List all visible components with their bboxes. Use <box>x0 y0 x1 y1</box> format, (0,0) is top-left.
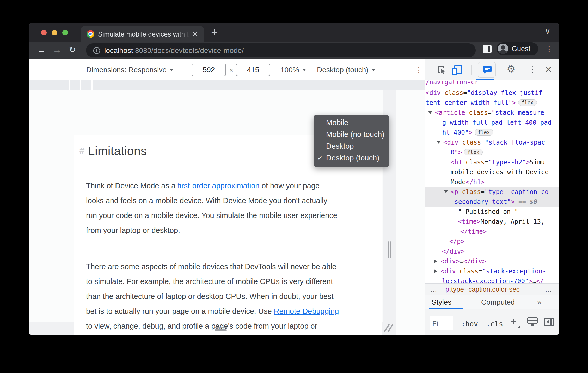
collapse-arrow-icon[interactable] <box>437 141 441 144</box>
devtools-menu-icon[interactable]: ⋮ <box>529 65 537 74</box>
browser-tab[interactable]: Simulate mobile devices with D ✕ <box>81 26 204 42</box>
text-link[interactable]: first-order approximation <box>177 182 259 190</box>
toggle-class-button[interactable]: .cls <box>486 320 503 328</box>
menu-item-desktop-touch-[interactable]: ✓Desktop (touch) <box>314 152 389 164</box>
height-input[interactable] <box>236 64 270 76</box>
expand-arrow-icon[interactable] <box>434 269 437 273</box>
media-query-bar[interactable] <box>29 80 425 90</box>
viewport-resize-handle-bottom[interactable] <box>215 327 227 332</box>
code-line[interactable]: </div> <box>425 246 559 256</box>
inspect-element-icon[interactable] <box>436 64 446 76</box>
code-segment: Monday, April 13, <box>481 218 545 225</box>
code-segment: <div <box>441 268 460 275</box>
device-toolbar: Dimensions: Responsive × 100% Desktop (t… <box>29 59 425 80</box>
code-line[interactable]: lg:stack-exception-700">…</ <box>425 276 559 283</box>
chevron-down-icon <box>170 69 173 71</box>
code-segment: "stack-exception- <box>482 268 546 275</box>
code-line[interactable]: Mode</h1> <box>425 177 559 187</box>
tab-styles[interactable]: Styles <box>432 298 451 306</box>
url-host: localhost <box>104 46 133 55</box>
code-line[interactable]: </p> <box>425 237 559 246</box>
code-segment: " Published on " <box>458 208 518 215</box>
code-line[interactable]: <div class="stack-exception- <box>425 266 559 276</box>
flex-badge[interactable]: flex <box>464 149 483 155</box>
width-input[interactable] <box>192 64 226 76</box>
reload-button[interactable]: ↻ <box>69 45 76 55</box>
rendering-panel-icon[interactable] <box>527 317 538 328</box>
code-line[interactable]: <div class="display-flex justif <box>425 88 559 98</box>
breadcrumb-overflow-left[interactable]: … <box>430 284 437 295</box>
viewport-resize-handle-corner[interactable] <box>384 323 394 333</box>
code-segment: <div> <box>441 258 460 265</box>
code-segment: $0 <box>530 198 537 206</box>
code-line[interactable]: <h1 class="type--h2">Simu <box>425 157 559 167</box>
viewport-resize-handle-right[interactable] <box>388 241 393 260</box>
device-toolbar-menu-icon[interactable]: ⋮ <box>415 65 423 74</box>
heading-anchor-link[interactable]: # <box>79 146 84 155</box>
text-link[interactable]: Remote Debugging <box>274 307 339 315</box>
settings-gear-icon[interactable]: ⚙ <box>507 63 516 75</box>
code-line[interactable]: <div>…</div> <box>425 256 559 266</box>
code-line[interactable]: 0">flex <box>425 147 559 157</box>
code-line[interactable]: </time> <box>425 227 559 237</box>
code-line[interactable]: tent-center width-full">flex <box>425 98 559 108</box>
menu-item-mobile-no-touch-[interactable]: Mobile (no touch) <box>314 129 389 140</box>
toggle-sidebar-icon[interactable] <box>544 318 554 327</box>
code-line[interactable]: <time>Monday, April 13, <box>425 217 559 227</box>
minimize-window-button[interactable] <box>52 30 57 35</box>
code-segment: g width-full pad-left-400 pad <box>442 119 552 126</box>
tab-chevron-icon[interactable]: ∨ <box>545 27 550 36</box>
devtools-close-icon[interactable]: ✕ <box>544 64 552 75</box>
collapse-arrow-icon[interactable] <box>444 190 448 193</box>
side-panel-icon[interactable] <box>483 45 492 53</box>
new-style-rule-button[interactable]: + <box>511 316 517 327</box>
forward-button[interactable]: → <box>53 45 62 55</box>
style-filter-input[interactable] <box>430 316 453 330</box>
flex-badge[interactable]: flex <box>475 129 493 136</box>
code-line[interactable]: " Published on " <box>425 207 559 217</box>
dimensions-select[interactable]: Dimensions: Responsive <box>86 66 173 74</box>
expand-arrow-icon[interactable] <box>434 259 437 263</box>
code-segment: "stack flow-spac <box>485 139 545 146</box>
site-info-icon[interactable] <box>93 47 101 56</box>
flex-badge[interactable]: flex <box>518 99 537 106</box>
code-line[interactable]: ht-400">flex <box>425 128 559 137</box>
multiply-label: × <box>229 66 233 74</box>
code-segment: </p> <box>449 238 464 245</box>
code-line[interactable]: <div class="stack flow-spac <box>425 137 559 147</box>
code-segment: > <box>511 198 514 206</box>
back-button[interactable]: ← <box>37 45 46 55</box>
more-tabs-icon[interactable]: » <box>537 298 542 306</box>
check-icon: ✓ <box>317 152 323 164</box>
device-toolbar-toggle-icon[interactable] <box>451 64 463 77</box>
code-segment: "type--caption co <box>485 188 549 196</box>
menu-item-mobile[interactable]: Mobile <box>314 117 389 129</box>
messages-tab-button[interactable] <box>478 62 496 78</box>
breadcrumb-item[interactable]: p.type--caption.color-sec <box>445 284 520 295</box>
device-type-select[interactable]: Desktop (touch) <box>317 66 375 74</box>
code-line[interactable]: <article class="stack measure <box>425 108 559 118</box>
url-path: :8080/docs/devtools/device-mode/ <box>133 46 244 55</box>
paragraph: Think of Device Mode as a first-order ap… <box>86 178 378 238</box>
profile-button[interactable]: Guest <box>497 42 538 55</box>
new-tab-button[interactable]: + <box>211 26 218 39</box>
fullscreen-window-button[interactable] <box>62 30 68 35</box>
toggle-hover-state-button[interactable]: :hov <box>461 320 478 328</box>
code-segment: = <box>481 188 485 196</box>
code-line[interactable]: g width-full pad-left-400 pad <box>425 118 559 128</box>
zoom-select[interactable]: 100% <box>280 66 306 74</box>
code-line[interactable]: mobile devices with Device <box>425 167 559 177</box>
collapse-arrow-icon[interactable] <box>428 111 432 114</box>
tab-computed[interactable]: Computed <box>481 298 515 306</box>
code-line[interactable]: <p class="type--caption co <box>425 187 559 197</box>
browser-menu-icon[interactable]: ⋮ <box>545 44 553 53</box>
menu-item-desktop[interactable]: Desktop <box>314 140 389 152</box>
code-segment: > <box>529 278 532 283</box>
breadcrumb-overflow-right[interactable]: … <box>545 284 552 295</box>
tab-close-icon[interactable]: ✕ <box>192 30 198 39</box>
close-window-button[interactable] <box>41 30 47 35</box>
code-line[interactable]: -secondary-text"> == $0 <box>425 197 559 207</box>
code-segment: == <box>515 198 530 206</box>
url-omnibox[interactable]: localhost:8080/docs/devtools/device-mode… <box>86 43 476 57</box>
code-line[interactable]: /navigation-cr <box>425 80 559 87</box>
